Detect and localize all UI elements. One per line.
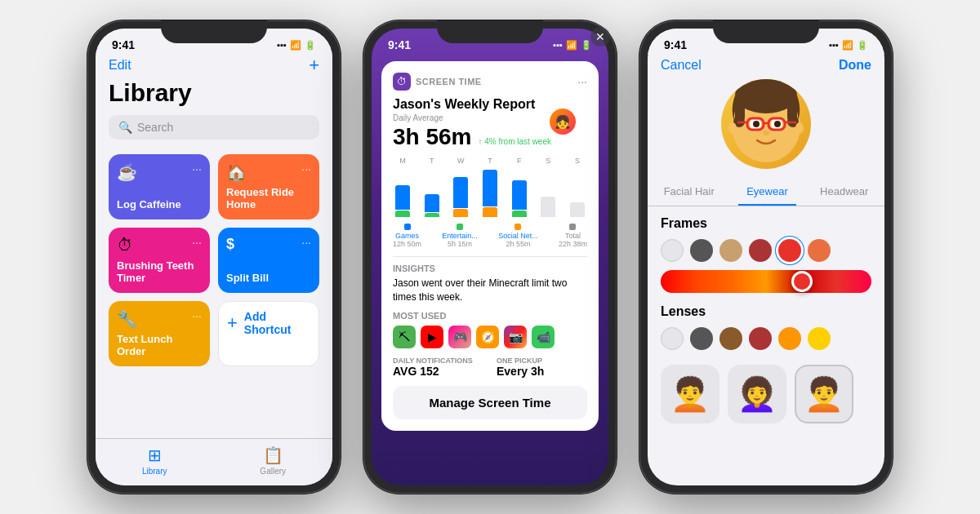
cancel-button[interactable]: Cancel — [661, 58, 702, 73]
lens-color-3[interactable] — [719, 327, 742, 350]
card-more-5[interactable]: ··· — [192, 309, 202, 322]
frame-color-3[interactable] — [719, 239, 742, 262]
day-w: W — [451, 157, 470, 165]
card-more-1[interactable]: ··· — [192, 162, 202, 175]
phone-2-screen: 9:41 ▪▪▪ 📶 🔋 ⏱ SCREEN TIME ··· Jason's W… — [372, 29, 608, 485]
app-icon-youtube[interactable]: ▶ — [421, 326, 443, 348]
battery-icon-3: 🔋 — [857, 40, 868, 51]
svg-point-16 — [728, 122, 737, 134]
wifi-icon-3: 📶 — [842, 40, 853, 51]
card-icon-4: $ — [226, 236, 234, 253]
phone-2: ✕ 9:41 ▪▪▪ 📶 🔋 ⏱ SCREEN TIME ··· Jason's… — [363, 20, 617, 494]
shortcut-card-brushing[interactable]: ⏱ ··· Brushing Teeth Timer — [109, 228, 210, 293]
battery-icon-2: 🔋 — [581, 40, 592, 51]
done-button[interactable]: Done — [839, 58, 871, 73]
lens-color-5[interactable] — [778, 327, 801, 350]
app-icon-game-center[interactable]: 🎮 — [448, 326, 471, 348]
cat-social: Social Net... 2h 55m — [498, 224, 538, 248]
search-bar[interactable]: 🔍 Search — [109, 115, 319, 140]
most-used-apps: ⛏ ▶ 🎮 🧭 📷 📹 — [393, 326, 587, 348]
card-label-5: Text Lunch Order — [117, 333, 202, 358]
signal-icon-2: ▪▪▪ — [553, 40, 563, 50]
search-icon: 🔍 — [118, 121, 132, 134]
lens-color-2[interactable] — [690, 327, 713, 350]
memoji-svg — [721, 79, 811, 169]
app-icon-minecraft[interactable]: ⛏ — [393, 326, 416, 348]
slider-thumb[interactable] — [791, 271, 813, 292]
user-avatar: 👧 — [550, 109, 576, 135]
tab-bar-1: ⊞ Library 📋 Gallery — [96, 438, 332, 485]
tab-headwear[interactable]: Headwear — [812, 179, 876, 206]
cat-total: Total 22h 38m — [559, 224, 587, 248]
day-f: F — [510, 157, 529, 165]
memoji-variant-3-selected[interactable]: 🧑‍🦱 — [795, 365, 853, 423]
status-bar-3: 9:41 ▪▪▪ 📶 🔋 — [648, 29, 884, 55]
edit-button[interactable]: Edit — [109, 58, 131, 73]
day-t2: T — [480, 157, 500, 165]
frame-color-1[interactable] — [661, 239, 684, 262]
card-icon-3: ⏱ — [117, 236, 133, 255]
frame-color-5[interactable] — [778, 239, 801, 262]
shortcut-card-request-ride[interactable]: 🏠 ··· Request Ride Home — [218, 154, 319, 219]
shortcut-card-text-lunch[interactable]: 🔧 ··· Text Lunch Order — [109, 301, 210, 366]
card-more-4[interactable]: ··· — [301, 236, 311, 249]
card-more-2[interactable]: ··· — [301, 162, 311, 175]
time-change: ↑ 4% from last week — [479, 137, 551, 146]
status-icons-1: ▪▪▪ 📶 🔋 — [277, 40, 316, 51]
lens-color-6[interactable] — [808, 327, 831, 350]
lenses-section-title: Lenses — [648, 304, 884, 319]
phones-container: 9:41 ▪▪▪ 📶 🔋 Edit + Library 🔍 Search — [71, 4, 909, 510]
signal-icon: ▪▪▪ — [277, 40, 287, 50]
card-icon-2: 🏠 — [226, 162, 247, 182]
add-shortcut-label: Add Shortcut — [244, 310, 310, 336]
color-slider-container — [648, 270, 884, 293]
screen-time-title: SCREEN TIME — [416, 77, 482, 86]
add-button[interactable]: + — [309, 55, 319, 76]
card-icon-5: 🔧 — [117, 309, 137, 329]
phone-3-screen: 9:41 ▪▪▪ 📶 🔋 Cancel Done — [648, 29, 884, 485]
search-placeholder: Search — [137, 121, 173, 134]
memoji-tabs: Facial Hair Eyewear Headwear — [648, 179, 884, 206]
frame-color-4[interactable] — [749, 239, 772, 262]
lens-color-1[interactable] — [661, 327, 684, 350]
svg-point-8 — [753, 121, 760, 127]
tab-facial-hair[interactable]: Facial Hair — [656, 179, 723, 206]
tab-library[interactable]: ⊞ Library — [142, 445, 167, 476]
color-slider[interactable] — [661, 270, 871, 293]
memoji-variant-2[interactable]: 👩‍🦱 — [728, 365, 786, 423]
tab-library-label: Library — [142, 467, 167, 476]
close-button[interactable]: ✕ — [590, 27, 610, 47]
screen-time-card: ⏱ SCREEN TIME ··· Jason's Weekly Report … — [381, 61, 599, 431]
app-icon-safari[interactable]: 🧭 — [476, 326, 499, 348]
notifications-label: Daily Notifications — [393, 357, 483, 365]
card-more-3[interactable]: ··· — [192, 236, 202, 249]
shortcuts-header: Edit + Library 🔍 Search — [96, 55, 332, 146]
tab-eyewear[interactable]: Eyewear — [738, 179, 796, 206]
notifications-stat: Daily Notifications AVG 152 — [393, 357, 483, 378]
card-label-4: Split Bill — [226, 272, 311, 285]
st-dots-menu[interactable]: ··· — [577, 75, 587, 88]
tab-gallery-label: Gallery — [260, 467, 286, 476]
memoji-variant-1[interactable]: 🧑‍🦱 — [661, 365, 719, 423]
st-card-header: ⏱ SCREEN TIME ··· — [393, 73, 587, 91]
time-1: 9:41 — [112, 38, 135, 51]
frame-color-2[interactable] — [690, 239, 713, 262]
frame-color-6[interactable] — [808, 239, 831, 262]
app-icon-instagram[interactable]: 📷 — [504, 326, 527, 348]
app-icon-facetime[interactable]: 📹 — [532, 326, 555, 348]
phone-1: 9:41 ▪▪▪ 📶 🔋 Edit + Library 🔍 Search — [87, 20, 341, 494]
svg-point-15 — [763, 131, 769, 135]
manage-screen-time-button[interactable]: Manage Screen Time — [393, 386, 587, 419]
add-shortcut-plus-icon: + — [227, 312, 238, 334]
card-label-2: Request Ride Home — [226, 186, 311, 211]
library-title: Library — [109, 79, 319, 107]
tab-gallery[interactable]: 📋 Gallery — [260, 445, 286, 476]
add-shortcut-card[interactable]: + Add Shortcut — [218, 301, 319, 366]
shortcut-card-split-bill[interactable]: $ ··· Split Bill — [218, 228, 319, 293]
shortcuts-grid: ☕ ··· Log Caffeine 🏠 ··· Request Ride Ho… — [96, 146, 332, 374]
shortcut-card-log-caffeine[interactable]: ☕ ··· Log Caffeine — [109, 154, 210, 219]
status-bar-2: 9:41 ▪▪▪ 📶 🔋 — [372, 29, 608, 55]
wifi-icon: 📶 — [290, 40, 301, 51]
insights-title: Insights — [393, 264, 587, 273]
lens-color-4[interactable] — [749, 327, 772, 350]
